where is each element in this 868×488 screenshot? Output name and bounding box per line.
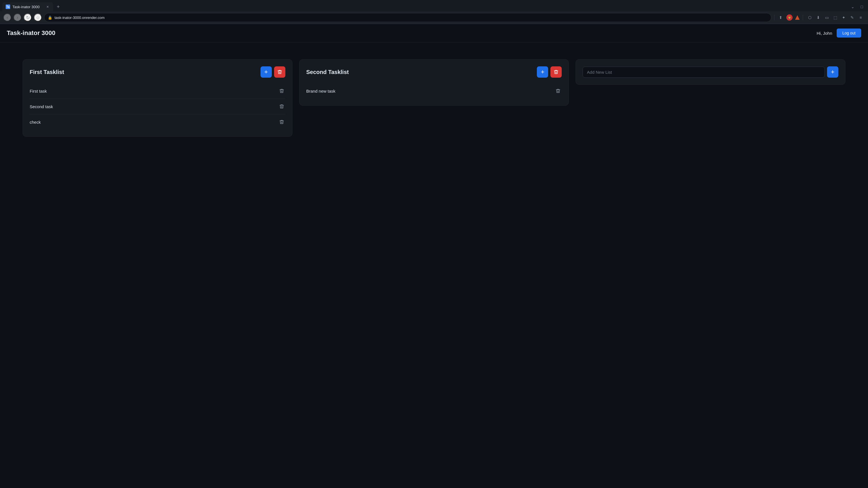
app-container: Task-inator 3000 Hi, John Log out First … xyxy=(0,24,868,488)
trash-icon-task xyxy=(279,104,284,109)
new-tab-button[interactable]: + xyxy=(54,3,62,11)
task-item: Second task xyxy=(30,99,285,115)
ai-icon: ✦ xyxy=(842,15,845,20)
tasklist-title-first: First Tasklist xyxy=(30,69,64,75)
tasklist-card-second: Second Tasklist + Brand new task xyxy=(299,59,569,106)
tab-bar: Ta Task-inator 3000 ✕ + ⌄ □ xyxy=(0,0,868,11)
add-list-input[interactable] xyxy=(583,67,825,78)
delete-list-button-second[interactable] xyxy=(550,66,562,78)
task-item: Brand new task xyxy=(306,83,562,99)
download-button[interactable]: ⬇ xyxy=(814,13,822,22)
add-task-button-first[interactable]: + xyxy=(260,66,272,78)
header-right: Hi, John Log out xyxy=(816,29,861,38)
add-list-button[interactable]: + xyxy=(827,66,838,78)
maximize-button[interactable]: □ xyxy=(858,3,866,11)
add-list-container: + xyxy=(583,66,838,78)
back-icon: ‹ xyxy=(6,15,8,20)
delete-task-button[interactable] xyxy=(554,87,562,95)
delete-task-button[interactable] xyxy=(278,103,285,110)
share-button[interactable]: ⬆ xyxy=(777,13,785,22)
tab-controls: ⌄ □ xyxy=(849,3,866,11)
forward-button[interactable]: › xyxy=(13,13,22,22)
screenshot-icon: ⬚ xyxy=(834,15,837,20)
hamburger-icon: ≡ xyxy=(860,15,862,20)
extension-manager-button[interactable]: ⬡ xyxy=(806,13,814,22)
svg-marker-0 xyxy=(795,15,800,20)
leo-ai-button[interactable]: ✦ xyxy=(840,13,848,22)
trash-icon-task xyxy=(279,88,284,94)
bookmark-button[interactable]: ☆ xyxy=(34,13,42,22)
back-button[interactable]: ‹ xyxy=(3,13,11,22)
app-title: Task-inator 3000 xyxy=(7,29,55,37)
puzzle-icon: ⬡ xyxy=(808,15,811,20)
browser-extensions: ⬆ 🦁 xyxy=(774,13,804,22)
main-content: First Tasklist + First task xyxy=(0,42,868,154)
user-greeting: Hi, John xyxy=(816,31,832,36)
add-task-button-second[interactable]: + xyxy=(537,66,548,78)
trash-icon xyxy=(277,69,282,74)
trash-icon-task xyxy=(556,88,561,94)
browser-chrome: Ta Task-inator 3000 ✕ + ⌄ □ ‹ › ↻ ☆ 🔒 ta… xyxy=(0,0,868,24)
minimize-button[interactable]: ⌄ xyxy=(849,3,857,11)
reload-button[interactable]: ↻ xyxy=(24,13,32,22)
brave-shield-icon[interactable]: 🦁 xyxy=(786,14,793,21)
forward-icon: › xyxy=(17,15,18,20)
menu-button[interactable]: ≡ xyxy=(857,13,865,22)
app-header: Task-inator 3000 Hi, John Log out xyxy=(0,24,868,42)
reload-icon: ↻ xyxy=(26,15,30,20)
tasklist-card-first: First Tasklist + First task xyxy=(23,59,292,137)
lock-icon: 🔒 xyxy=(48,15,52,20)
browser-tab[interactable]: Ta Task-inator 3000 ✕ xyxy=(2,2,53,11)
task-list-first: First task Second task xyxy=(30,83,285,130)
task-item: check xyxy=(30,115,285,130)
tab-title: Task-inator 3000 xyxy=(12,5,39,9)
sidebar-toggle-button[interactable]: ▭ xyxy=(823,13,831,22)
nav-separator-2 xyxy=(803,15,803,20)
share-icon: ⬆ xyxy=(779,15,782,20)
task-name: check xyxy=(30,120,41,125)
delete-task-button[interactable] xyxy=(278,118,285,126)
nav-bar: ‹ › ↻ ☆ 🔒 task-inator-3000.onrender.com … xyxy=(0,11,868,24)
edit-icon: ✎ xyxy=(850,15,854,20)
card-header-second: Second Tasklist + xyxy=(306,66,562,78)
task-name: First task xyxy=(30,89,47,94)
tasklist-title-second: Second Tasklist xyxy=(306,69,349,75)
sidebar-icon: ▭ xyxy=(825,15,829,20)
brave-rewards-icon[interactable] xyxy=(794,14,801,21)
task-list-second: Brand new task xyxy=(306,83,562,99)
download-icon: ⬇ xyxy=(816,15,820,20)
address-bar[interactable]: 🔒 task-inator-3000.onrender.com xyxy=(44,13,771,22)
trash-icon xyxy=(554,69,559,74)
task-name: Brand new task xyxy=(306,89,335,94)
task-item: First task xyxy=(30,83,285,99)
nav-right-buttons: ⬡ ⬇ ▭ ⬚ ✦ ✎ ≡ xyxy=(806,13,865,22)
tab-close-button[interactable]: ✕ xyxy=(45,4,50,9)
new-list-card: + xyxy=(576,59,845,85)
url-display: task-inator-3000.onrender.com xyxy=(55,15,768,20)
tab-favicon: Ta xyxy=(6,4,10,9)
card-actions-second: + xyxy=(537,66,562,78)
delete-list-button-first[interactable] xyxy=(274,66,285,78)
edit-button[interactable]: ✎ xyxy=(848,13,856,22)
card-actions-first: + xyxy=(260,66,285,78)
trash-icon-task xyxy=(279,120,284,125)
delete-task-button[interactable] xyxy=(278,87,285,95)
logout-button[interactable]: Log out xyxy=(837,29,861,38)
card-header-first: First Tasklist + xyxy=(30,66,285,78)
screenshot-button[interactable]: ⬚ xyxy=(831,13,839,22)
bookmark-icon: ☆ xyxy=(36,15,40,20)
task-name: Second task xyxy=(30,104,53,109)
